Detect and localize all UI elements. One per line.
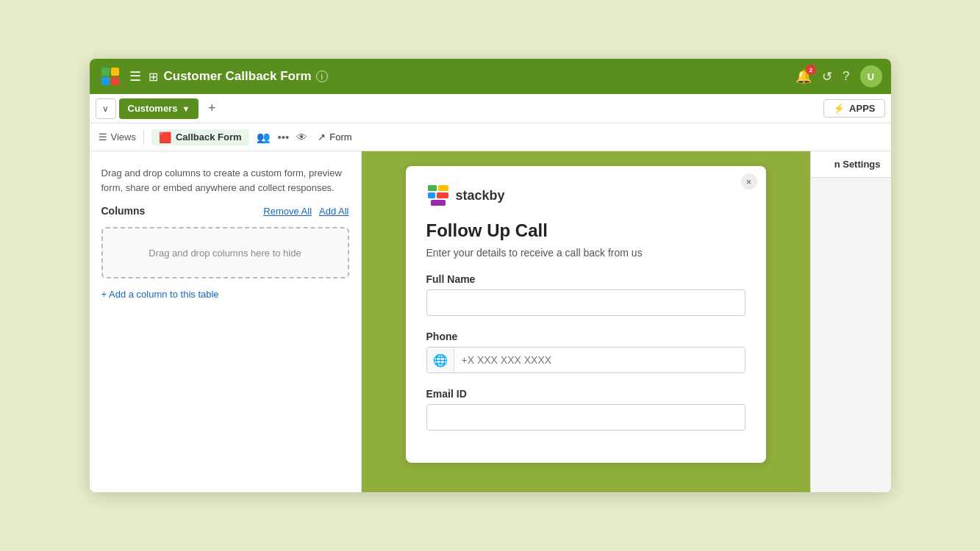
add-column-link[interactable]: + Add a column to this table	[101, 289, 349, 300]
drop-zone-text: Drag and drop columns here to hide	[149, 248, 301, 259]
tab-bar-right: ⚡ APPS	[823, 99, 884, 118]
right-settings-panel: n Settings	[810, 151, 891, 492]
email-input[interactable]	[426, 404, 745, 431]
svg-rect-0	[101, 68, 110, 76]
svg-rect-7	[437, 192, 448, 198]
views-icon: ☰	[99, 132, 107, 143]
add-all-button[interactable]: Add All	[319, 206, 348, 217]
form-subtitle: Enter your details to receive a call bac…	[426, 247, 745, 259]
app-window: ☰ ⊞ Customer Callback Form i 🔔 2 ↺ ? U ∨…	[90, 59, 891, 492]
filter-icon[interactable]: 👁	[296, 131, 307, 143]
add-column-text: + Add a column to this table	[101, 289, 219, 300]
header-title: Customer Callback Form i	[164, 69, 796, 84]
form-preview-area: × stackby Follow Up Call Enter	[362, 151, 810, 492]
svg-rect-8	[431, 200, 446, 206]
apps-icon: ⚡	[833, 103, 845, 114]
stackby-logo-area: stackby	[426, 184, 745, 207]
full-name-field: Full Name	[426, 273, 745, 316]
svg-rect-5	[438, 185, 448, 191]
phone-input-wrapper: 🌐	[426, 347, 745, 373]
full-name-input[interactable]	[426, 289, 745, 316]
settings-tab[interactable]: n Settings	[811, 151, 891, 178]
group-icon[interactable]: 👥	[257, 131, 271, 144]
customers-tab-label: Customers	[128, 103, 178, 114]
callback-form-view-tab[interactable]: 🟥 Callback Form	[151, 129, 249, 145]
view-bar: ☰ Views 🟥 Callback Form 👥 ••• 👁 ↗ Form	[90, 123, 891, 151]
svg-rect-2	[101, 77, 110, 85]
view-divider	[143, 130, 144, 145]
settings-tab-label: n Settings	[834, 159, 881, 170]
drop-zone: Drag and drop columns here to hide	[101, 227, 349, 278]
add-tab-button[interactable]: +	[201, 98, 222, 119]
full-name-label: Full Name	[426, 273, 745, 285]
callback-form-label: Callback Form	[176, 132, 242, 143]
notification-button[interactable]: 🔔 2	[795, 68, 812, 84]
avatar[interactable]: U	[860, 65, 882, 87]
svg-rect-4	[428, 185, 437, 191]
views-label[interactable]: ☰ Views	[99, 132, 136, 143]
phone-field: Phone 🌐	[426, 331, 745, 373]
help-icon[interactable]: ?	[843, 69, 849, 84]
tab-dropdown-icon: ▼	[182, 104, 190, 113]
stackby-logo	[99, 65, 122, 88]
app-header: ☰ ⊞ Customer Callback Form i 🔔 2 ↺ ? U	[90, 59, 891, 94]
tab-chevron[interactable]: ∨	[96, 98, 116, 119]
more-options-icon[interactable]: •••	[278, 131, 290, 143]
left-sidebar: Drag and drop columns to create a custom…	[90, 151, 362, 492]
svg-rect-6	[428, 192, 435, 198]
history-icon[interactable]: ↺	[822, 69, 832, 84]
table-icon: ⊞	[149, 70, 158, 84]
form-share-icon: ↗	[318, 132, 326, 143]
sidebar-description: Drag and drop columns to create a custom…	[101, 166, 349, 195]
notification-badge: 2	[806, 65, 816, 75]
apps-button[interactable]: ⚡ APPS	[823, 99, 884, 118]
phone-globe-icon: 🌐	[427, 347, 454, 372]
form-title: Follow Up Call	[426, 220, 745, 241]
phone-label: Phone	[426, 331, 745, 342]
email-label: Email ID	[426, 388, 745, 400]
email-field: Email ID	[426, 388, 745, 431]
tab-bar: ∨ Customers ▼ + ⚡ APPS	[90, 94, 891, 123]
svg-rect-3	[111, 77, 119, 85]
stackby-brand-logo	[426, 184, 450, 207]
apps-label: APPS	[849, 103, 875, 114]
info-icon[interactable]: i	[316, 71, 328, 82]
form-button[interactable]: ↗ Form	[318, 132, 351, 143]
header-title-text: Customer Callback Form	[164, 69, 312, 84]
hamburger-icon[interactable]: ☰	[129, 68, 141, 84]
form-close-button[interactable]: ×	[741, 173, 757, 190]
columns-label: Columns	[101, 205, 146, 217]
stackby-wordmark: stackby	[456, 188, 505, 204]
header-actions: 🔔 2 ↺ ? U	[795, 65, 881, 87]
form-card: × stackby Follow Up Call Enter	[406, 166, 766, 463]
phone-input[interactable]	[454, 347, 745, 372]
main-content: Drag and drop columns to create a custom…	[90, 151, 891, 492]
columns-actions: Remove All Add All	[263, 206, 348, 217]
svg-rect-1	[111, 68, 119, 76]
form-view-icon: 🟥	[159, 132, 171, 143]
customers-tab[interactable]: Customers ▼	[119, 98, 199, 119]
remove-all-button[interactable]: Remove All	[263, 206, 312, 217]
columns-header: Columns Remove All Add All	[101, 205, 349, 217]
